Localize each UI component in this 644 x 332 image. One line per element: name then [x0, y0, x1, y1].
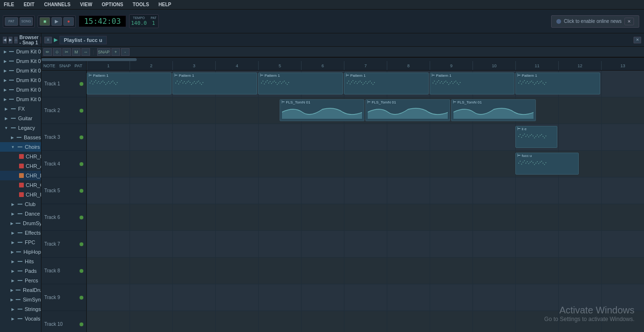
track-mute-dot[interactable] [80, 322, 83, 326]
sidebar-item-strings[interactable]: ▶Strings [0, 304, 41, 314]
pattern-block[interactable]: ⊢ Pattern 1 [515, 73, 600, 94]
sidebar-nav-btn-fwd[interactable]: ▶ [9, 37, 12, 43]
grid-tracks[interactable]: ⊢ Pattern 1⊢ Pattern 1⊢ Pattern 1⊢ Patte… [87, 71, 644, 332]
sidebar-tree[interactable]: ▶Drum Kit 03▶Drum Kit 04▶Drum Kit 05▶Dru… [0, 47, 41, 332]
sidebar-item-simsynth[interactable]: ▶SimSynth [0, 295, 41, 304]
tree-label: SimSynth [23, 297, 41, 302]
sidebar-item-fpc[interactable]: ▶FPC [0, 238, 41, 247]
menu-channels[interactable]: CHANNELS [42, 1, 72, 8]
track-grid-row[interactable]: ⊢ fucc u [87, 151, 644, 177]
sidebar-item-guitar[interactable]: ▶Guitar [0, 114, 41, 123]
zoom-in[interactable]: + [111, 48, 120, 56]
note-dot [178, 83, 179, 84]
snap-btn[interactable]: SNAP [97, 48, 111, 56]
sidebar-item-choirs[interactable]: ▼Choirs [0, 142, 41, 152]
sidebar-item-drumsynth[interactable]: ▶DrumSynth [0, 218, 41, 228]
menu-view[interactable]: VIEW [78, 1, 94, 8]
track-mute-dot[interactable] [80, 242, 83, 246]
tree-label: FX [18, 106, 25, 112]
play-button[interactable]: ▶ [51, 17, 62, 26]
sidebar-item-chr-aah-a3[interactable]: CHR_Aah_A3 [0, 161, 41, 171]
note-dot [191, 84, 192, 85]
grid-line [344, 177, 344, 204]
tool-slip[interactable]: ↔ [81, 48, 90, 56]
sidebar-item-vocals[interactable]: ▶Vocals [0, 314, 41, 323]
menu-options[interactable]: OPTIONS [100, 1, 125, 8]
sidebar-item-drum-kit-04[interactable]: ▶Drum Kit 04 [0, 56, 41, 66]
track-mute-dot[interactable] [80, 82, 83, 86]
sidebar-item-basses[interactable]: ▶Basses [0, 133, 41, 142]
menu-help[interactable]: HELP [157, 1, 173, 8]
sidebar-nav-btn[interactable]: ◀ [3, 37, 7, 43]
track-mute-dot[interactable] [80, 135, 83, 139]
playlist-grid[interactable]: 12345678910111213 ⊢ Pattern 1⊢ Pattern 1… [87, 61, 644, 332]
sidebar-item-pads[interactable]: ▶Pads [0, 266, 41, 276]
menu-tools[interactable]: TOOLS [131, 1, 151, 8]
tool-delete[interactable]: ✂ [62, 48, 71, 56]
sidebar-item-drum-kit-05[interactable]: ▶Drum Kit 05 [0, 66, 41, 75]
track-mute-dot[interactable] [80, 216, 83, 219]
track-mute-dot[interactable] [80, 162, 83, 166]
sidebar-item-drum-kit-03[interactable]: ▶Drum Kit 03 [0, 47, 41, 56]
grid-line [601, 71, 602, 97]
track-mute-dot[interactable] [80, 189, 83, 193]
sidebar-item-drum-kit-08[interactable]: ▶Drum Kit 08 [0, 94, 41, 104]
pattern-block[interactable]: ⊢ fucc u [515, 153, 579, 175]
pattern-block[interactable]: ⊢ Pattern 1 [258, 73, 343, 94]
sidebar-item-chr-dream-c6[interactable]: CHR_Dream_C6 [0, 171, 41, 180]
sidebar-item-dance[interactable]: ▶Dance [0, 209, 41, 218]
track-grid-row[interactable]: ⊢ FLS_TomN 01 ⊢ FLS_TomN 01 ⊢ FLS_TomN 0… [87, 97, 644, 124]
sidebar-item-hiphop[interactable]: ▶HipHop [0, 247, 41, 257]
sidebar-item-legacy[interactable]: ▼Legacy [0, 123, 41, 133]
tree-label: FPC [25, 239, 35, 245]
pattern-block[interactable]: ⊢ FLS_TomN 01 [451, 99, 536, 121]
toolbar: PAT SONG ■ ▶ ● 15:42:03 TEMPO 140.0 PAT … [0, 10, 644, 33]
tool-draw[interactable]: ✏ [43, 48, 52, 56]
pattern-block[interactable]: ⊢ FLS_TomN 01 [365, 99, 450, 121]
record-button[interactable]: ● [63, 17, 74, 26]
note-dot [184, 81, 185, 82]
news-close-btn[interactable]: ✕ [624, 18, 634, 25]
playlist-menu-btn[interactable]: ≡ [44, 37, 52, 43]
sidebar-item-effects[interactable]: ▶Effects [0, 228, 41, 238]
sidebar-item-chr-80s-c5[interactable]: CHR_80s_C5 [0, 152, 41, 161]
tool-mute[interactable]: M [72, 48, 80, 56]
pattern-block[interactable]: ⊢ Pattern 1 [430, 73, 514, 94]
menu-edit[interactable]: EDIT [22, 1, 37, 8]
playlist-close-btn[interactable]: ✕ [634, 37, 641, 43]
menu-file[interactable]: FILE [2, 1, 16, 8]
track-grid-row[interactable] [87, 258, 644, 284]
pattern-block[interactable]: ⊢ li e [515, 126, 557, 148]
zoom-out[interactable]: - [121, 48, 130, 56]
sidebar-item-realdrumkits[interactable]: ▶RealDrumkits [0, 285, 41, 295]
tool-select[interactable]: ⊹ [53, 48, 61, 56]
sidebar-item-club[interactable]: ▶Club [0, 199, 41, 209]
track-grid-row[interactable] [87, 231, 644, 258]
sidebar-home-btn[interactable]: ⌂ [14, 37, 18, 43]
track-grid-row[interactable] [87, 177, 644, 204]
pat-button[interactable]: PAT [5, 17, 18, 26]
track-grid-row[interactable] [87, 204, 644, 231]
grid-line [558, 97, 559, 124]
track-mute-dot[interactable] [80, 269, 83, 273]
pattern-block[interactable]: ⊢ FLS_TomN 01 [280, 99, 364, 121]
sidebar-item-chr-heaven-c6[interactable]: CHR_Heaven_C6 [0, 190, 41, 199]
sidebar-item-chr-gospel-c3[interactable]: CHR_Gospel_C3 [0, 180, 41, 190]
pattern-block[interactable]: ⊢ Pattern 1 [87, 73, 171, 94]
track-grid-row[interactable]: ⊢ li e [87, 124, 644, 151]
track-mute-dot[interactable] [80, 109, 83, 113]
pattern-block[interactable]: ⊢ Pattern 1 [344, 73, 429, 94]
song-button[interactable]: SONG [20, 17, 33, 26]
sidebar-item-hits[interactable]: ▶Hits [0, 257, 41, 266]
track-mute-dot[interactable] [80, 296, 83, 300]
sidebar-item-percs[interactable]: ▶Percs [0, 276, 41, 285]
sidebar-item-fx[interactable]: ▶FX [0, 104, 41, 114]
pattern-block[interactable]: ⊢ Pattern 1 [172, 73, 257, 94]
sidebar-item-drum-kit-07[interactable]: ▶Drum Kit 07 [0, 85, 41, 94]
h-scrollbar[interactable] [41, 57, 644, 61]
note-dot [272, 82, 273, 83]
online-news-bar[interactable]: Click to enable online news ✕ [551, 15, 639, 28]
stop-button[interactable]: ■ [40, 17, 50, 26]
sidebar-item-drum-kit-06[interactable]: ▶Drum Kit 06 [0, 75, 41, 85]
track-grid-row[interactable]: ⊢ Pattern 1⊢ Pattern 1⊢ Pattern 1⊢ Patte… [87, 71, 644, 97]
